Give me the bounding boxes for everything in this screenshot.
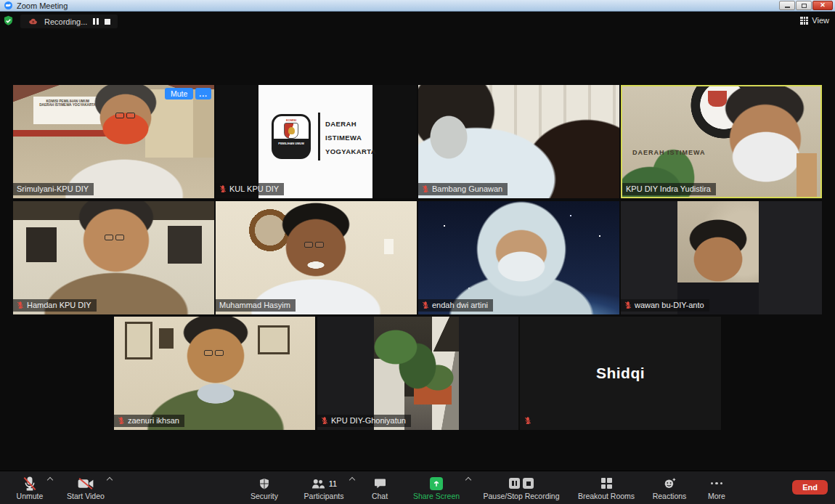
chat-button[interactable]: Chat	[363, 471, 396, 504]
video-tile-zaenuri-ikhsan[interactable]: zaenuri ikhsan	[114, 317, 315, 430]
video-scene: DAERAH ISTIMEWA	[622, 86, 820, 197]
muted-mic-icon	[321, 417, 328, 424]
meeting-toolbar: Unmute Start Video Security	[0, 471, 835, 504]
kpu-logo-text-bottom: PEMILIHAN UMUM	[277, 142, 305, 145]
view-button[interactable]: View	[800, 16, 829, 25]
grid-line	[803, 17, 804, 25]
glasses	[105, 235, 124, 240]
pause-recording-button[interactable]	[93, 18, 99, 25]
stop-recording-icon[interactable]	[523, 478, 534, 489]
minimize-icon	[785, 7, 790, 8]
building-sign-line: DAERAH ISTIMEWA YOGYAKARTA	[35, 103, 100, 107]
glasses-lens	[115, 235, 124, 240]
video-scene	[216, 201, 417, 314]
participant-name-label: Hamdan KPU DIY	[13, 299, 97, 312]
share-screen-button[interactable]: Share Screen	[404, 471, 469, 504]
close-button[interactable]: ✕	[812, 1, 833, 10]
building-sign: KOMISI PEMILIHAN UMUM DAERAH ISTIMEWA YO…	[35, 99, 100, 107]
encryption-shield-icon[interactable]	[3, 15, 14, 26]
share-options-chevron-icon[interactable]	[465, 477, 471, 483]
more-button[interactable]: More	[700, 471, 733, 504]
participant-name-display: Shidqi	[520, 317, 721, 430]
grid-square	[601, 484, 606, 489]
video-tile-bambang-gunawan[interactable]: Bambang Gunawan	[418, 85, 619, 198]
participant-more-button[interactable]: ...	[195, 88, 211, 99]
stop-recording-button[interactable]	[105, 19, 110, 25]
video-tile-endah-dwi-artini[interactable]: endah dwi artini	[418, 201, 619, 314]
participant-name-label: endah dwi artini	[418, 299, 493, 312]
org-name-line: DAERAH	[325, 117, 376, 131]
video-options-chevron-icon[interactable]	[107, 477, 113, 483]
chat-label: Chat	[372, 492, 388, 500]
video-tile-kul-kpu-diy[interactable]: KOMISI PEMILIHAN UMUM DAERAH ISTIMEWA YO…	[216, 85, 417, 198]
muted-mic-icon	[422, 185, 429, 192]
start-video-button[interactable]: Start Video	[58, 471, 113, 504]
dot	[715, 482, 718, 485]
video-scene	[114, 317, 315, 430]
mic-muted-icon	[23, 476, 37, 490]
org-name: DAERAH ISTIMEWA YOGYAKARTA	[325, 117, 376, 158]
start-video-label: Start Video	[67, 492, 105, 500]
breakout-rooms-label: Breakout Rooms	[578, 492, 635, 500]
maximize-button[interactable]	[796, 1, 812, 10]
participant-name: KPU DIY Indra Yudistira	[626, 184, 711, 193]
more-label: More	[708, 492, 725, 500]
participant-name: Bambang Gunawan	[432, 184, 502, 193]
card-divider	[318, 113, 320, 160]
reactions-button[interactable]: Reactions	[646, 471, 693, 504]
reactions-smiley-icon	[664, 476, 676, 490]
maximize-icon	[802, 4, 807, 8]
video-tile-srimulyani[interactable]: KOMISI PEMILIHAN UMUM DAERAH ISTIMEWA YO…	[13, 85, 214, 198]
zoom-app-icon	[4, 1, 12, 9]
org-name-line: YOGYAKARTA	[325, 145, 376, 158]
toolbar-left-group: Unmute Start Video	[6, 471, 113, 504]
audio-options-chevron-icon[interactable]	[47, 477, 53, 483]
pause-stop-recording-button[interactable]: Pause/Stop Recording	[476, 471, 566, 504]
zoom-meeting-window: Zoom Meeting ✕ Recording... View KOMISI …	[0, 0, 835, 504]
glasses-lens	[304, 242, 313, 248]
kpu-logo-shield	[284, 123, 298, 139]
video-tile-muhammad-hasyim[interactable]: Muhammad Hasyim	[216, 201, 417, 314]
glasses-lens	[105, 235, 113, 240]
mute-participant-button[interactable]: Mute	[165, 88, 193, 99]
stop-square	[526, 481, 531, 486]
video-tile-hamdan[interactable]: Hamdan KPU DIY	[13, 201, 214, 314]
portrait-video	[677, 201, 759, 314]
chat-bubble-icon	[374, 476, 386, 490]
minimize-button[interactable]	[779, 1, 795, 10]
participant-name: zaenuri ikhsan	[128, 416, 179, 425]
video-tile-wawan[interactable]: wawan bu-DIY-anto	[621, 201, 822, 314]
participant-name: Hamdan KPU DIY	[27, 301, 91, 309]
share-screen-label: Share Screen	[413, 492, 460, 500]
pause-recording-icon[interactable]	[509, 478, 520, 489]
kpu-logo-text-top: KOMISI	[277, 118, 305, 122]
recording-indicator: Recording...	[20, 15, 118, 28]
video-tile-shidqi[interactable]: Shidqi	[520, 317, 721, 430]
window-title: Zoom Meeting	[17, 1, 68, 10]
video-tile-indra-yudistira[interactable]: DAERAH ISTIMEWA KPU DIY Indra Yudistira	[621, 85, 822, 198]
glasses-lens	[215, 350, 224, 356]
kpu-wall-logo-detail	[708, 91, 727, 107]
zoom-app-icon-camera-lens	[9, 4, 11, 7]
muted-mic-icon	[17, 301, 24, 309]
unmute-button[interactable]: Unmute	[6, 471, 54, 504]
breakout-rooms-button[interactable]: Breakout Rooms	[574, 471, 639, 504]
end-meeting-button[interactable]: End	[792, 480, 828, 495]
video-tile-ghoniyatun[interactable]: KPU DIY-Ghoniyatun	[317, 317, 518, 430]
participants-button[interactable]: 11 Participants	[292, 471, 356, 504]
participant-name: Srimulyani-KPU DIY	[17, 184, 89, 193]
security-label: Security	[250, 492, 278, 500]
close-icon: ✕	[820, 2, 826, 9]
glasses-lens	[315, 242, 324, 248]
breakout-rooms-icon	[601, 478, 612, 489]
participant-name-label: Srimulyani-KPU DIY	[13, 183, 94, 195]
video-scene	[374, 317, 459, 430]
security-button[interactable]: Security	[244, 471, 285, 504]
kpu-logo-card: KOMISI PEMILIHAN UMUM DAERAH ISTIMEWA YO…	[258, 85, 372, 198]
video-scene	[418, 201, 619, 314]
video-scene	[677, 201, 759, 314]
window-titlebar[interactable]: Zoom Meeting ✕	[0, 0, 835, 12]
gallery-view-icon	[800, 17, 808, 25]
participant-name-label: KPU DIY Indra Yudistira	[622, 183, 716, 195]
participants-options-chevron-icon[interactable]	[349, 477, 355, 483]
